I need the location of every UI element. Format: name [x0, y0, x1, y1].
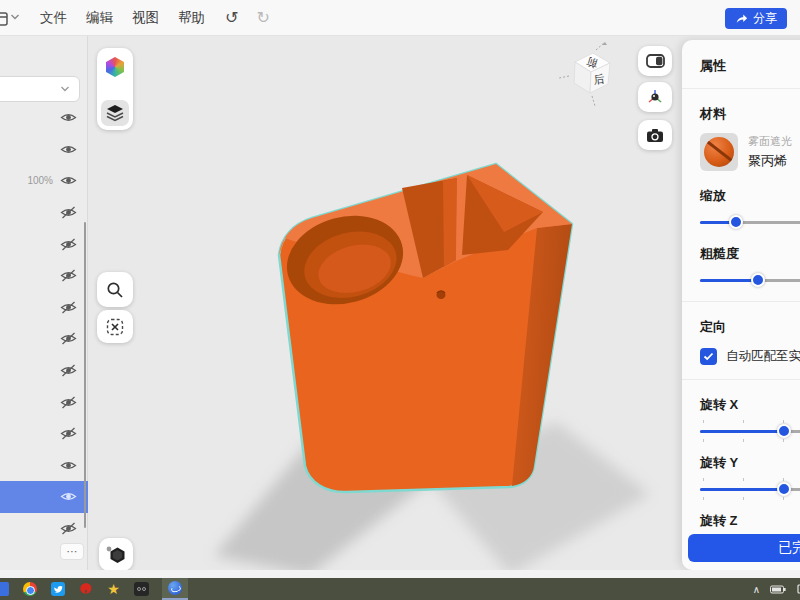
model-pen-holder[interactable] [277, 164, 572, 492]
layer-list: 100% [0, 102, 88, 544]
layer-row[interactable] [0, 355, 88, 387]
rotate-y-label: 旋转 Y [700, 454, 800, 472]
taskbar-active-app[interactable] [162, 578, 188, 600]
taskbar-app-partial-icon[interactable] [0, 582, 9, 597]
deselect-icon [106, 318, 124, 336]
layer-row[interactable] [0, 481, 88, 513]
eye-visible-icon[interactable] [60, 143, 77, 156]
orientation-label: 定向 [700, 318, 800, 336]
deselect-button[interactable] [97, 310, 133, 343]
panel-title: 属性 [700, 40, 800, 88]
layer-row[interactable] [0, 134, 88, 166]
layer-row[interactable] [0, 513, 88, 545]
share-label: 分享 [753, 10, 777, 27]
layer-row[interactable]: 100% [0, 165, 88, 197]
layer-row[interactable] [0, 450, 88, 482]
auto-match-checkbox[interactable] [700, 348, 717, 365]
magnifier-icon [106, 281, 124, 299]
undo-icon[interactable]: ↺ [225, 8, 238, 27]
material-section-label: 材料 [700, 105, 800, 123]
layer-row[interactable] [0, 418, 88, 450]
rotate-y-slider[interactable] [700, 482, 800, 496]
rotate-x-slider[interactable] [700, 424, 800, 438]
roughness-slider[interactable] [700, 273, 800, 287]
chevron-down-icon[interactable] [9, 13, 21, 21]
red-app-icon[interactable] [78, 582, 93, 597]
eye-visible-icon[interactable] [60, 459, 77, 472]
orientation-gizmo-button[interactable] [638, 82, 672, 112]
menubar: 文件 编辑 视图 帮助 ↺ ↻ 分享 [0, 0, 800, 36]
viewcube-front-label[interactable]: 后 [593, 72, 605, 85]
rotate-y-thumb[interactable] [777, 482, 791, 496]
tray-partial-icon[interactable] [796, 584, 800, 594]
scale-slider-thumb[interactable] [729, 215, 743, 229]
material-name: 聚丙烯 [748, 152, 792, 170]
eye-hidden-icon[interactable] [60, 269, 77, 282]
battery-icon[interactable] [770, 585, 786, 594]
axes-gizmo-icon [646, 88, 664, 106]
eye-hidden-icon[interactable] [60, 522, 77, 535]
menu-edit[interactable]: 编辑 [86, 9, 113, 27]
material-picker[interactable]: 雾面遮光 聚丙烯 [700, 133, 800, 171]
done-button[interactable]: 已完成 [688, 534, 800, 562]
menu-items: 文件 编辑 视图 帮助 [40, 9, 205, 27]
eye-hidden-icon[interactable] [60, 396, 77, 409]
eye-hidden-icon[interactable] [60, 364, 77, 377]
rotate-x-thumb[interactable] [777, 424, 791, 438]
chevron-down-icon [59, 85, 71, 93]
eye-hidden-icon[interactable] [60, 206, 77, 219]
dark-app-icon[interactable] [134, 582, 149, 597]
auto-match-label: 自动匹配至实体 [726, 348, 800, 365]
eye-hidden-icon[interactable] [60, 238, 77, 251]
chrome-icon[interactable] [22, 582, 37, 597]
add-primitive-button[interactable] [99, 538, 133, 571]
material-swatch[interactable] [700, 133, 738, 171]
eye-visible-icon[interactable] [60, 174, 77, 187]
layer-row[interactable] [0, 260, 88, 292]
tray-chevron-up-icon[interactable]: ∧ [753, 584, 760, 595]
eye-visible-icon[interactable] [60, 111, 77, 124]
camera-icon [646, 128, 664, 143]
panel-toggle-icon [646, 54, 665, 68]
layer-row[interactable] [0, 102, 88, 134]
roughness-slider-thumb[interactable] [751, 273, 765, 287]
eye-visible-icon[interactable] [60, 490, 77, 503]
layer-group-dropdown[interactable] [0, 76, 80, 102]
layer-row[interactable] [0, 323, 88, 355]
menu-file[interactable]: 文件 [40, 9, 67, 27]
menu-view[interactable]: 视图 [132, 9, 159, 27]
material-ball-icon [704, 137, 734, 167]
rotate-z-label: 旋转 Z [700, 512, 800, 530]
scale-label: 缩放 [700, 187, 800, 205]
more-options-button[interactable]: ⋯ [60, 543, 84, 560]
viewcube[interactable]: 前 后 [559, 42, 610, 106]
eye-hidden-icon[interactable] [60, 332, 77, 345]
twitter-icon[interactable] [50, 582, 65, 597]
material-finish: 雾面遮光 [748, 134, 792, 149]
share-button[interactable]: 分享 [725, 8, 787, 29]
window-bottom-edge [0, 570, 800, 578]
builder-app-icon [168, 581, 182, 595]
screenshot-button[interactable] [638, 120, 672, 150]
layers-button[interactable] [101, 100, 129, 126]
zoom-search-button[interactable] [97, 272, 133, 307]
taskbar: ★ ∧ [0, 578, 800, 600]
sidebar-scrollbar[interactable] [84, 222, 86, 528]
color-material-icon[interactable] [105, 57, 125, 77]
layer-row[interactable] [0, 197, 88, 229]
toggle-panel-button[interactable] [638, 46, 672, 76]
app-logo-icon[interactable] [0, 10, 8, 26]
redo-icon[interactable]: ↻ [256, 8, 269, 27]
menu-help[interactable]: 帮助 [178, 9, 205, 27]
layer-row[interactable] [0, 228, 88, 260]
layer-row[interactable] [0, 292, 88, 324]
hexagon-icon [105, 545, 127, 565]
viewport-3d[interactable]: 前 后 [88, 36, 682, 570]
eye-hidden-icon[interactable] [60, 427, 77, 440]
system-tray: ∧ [753, 584, 800, 595]
layer-row[interactable] [0, 386, 88, 418]
eye-hidden-icon[interactable] [60, 301, 77, 314]
scale-slider[interactable] [700, 215, 800, 229]
rotate-x-label: 旋转 X [700, 396, 800, 414]
star-app-icon[interactable]: ★ [106, 582, 121, 597]
